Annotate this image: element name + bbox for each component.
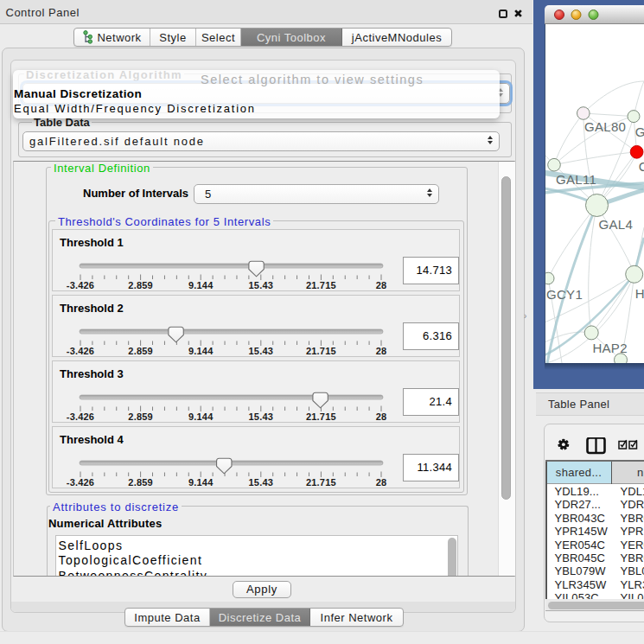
svg-text:9.144: 9.144 [188, 477, 214, 488]
svg-text:28: 28 [376, 280, 387, 290]
svg-text:C: C [639, 159, 644, 174]
svg-text:9.144: 9.144 [188, 346, 214, 356]
svg-text:28: 28 [376, 477, 387, 488]
svg-text:-3.426: -3.426 [67, 411, 94, 422]
svg-text:-3.426: -3.426 [67, 280, 94, 290]
svg-text:15.43: 15.43 [249, 477, 274, 488]
svg-text:2.859: 2.859 [128, 411, 153, 422]
svg-text:2.859: 2.859 [128, 346, 153, 356]
svg-text:21.715: 21.715 [306, 477, 336, 488]
svg-text:-3.426: -3.426 [67, 477, 94, 488]
svg-text:21.715: 21.715 [306, 411, 336, 422]
svg-text:GAL11: GAL11 [556, 172, 596, 187]
svg-text:21.715: 21.715 [306, 346, 336, 356]
svg-text:GCY1: GCY1 [546, 287, 583, 302]
svg-text:15.43: 15.43 [249, 346, 274, 356]
svg-text:GAL80: GAL80 [584, 119, 626, 134]
svg-text:9.144: 9.144 [188, 280, 214, 290]
svg-text:-3.426: -3.426 [67, 346, 94, 356]
svg-text:H: H [635, 286, 644, 301]
svg-text:28: 28 [376, 411, 387, 422]
svg-text:9.144: 9.144 [188, 411, 214, 422]
svg-text:21.715: 21.715 [306, 280, 336, 290]
svg-text:HAP2: HAP2 [592, 341, 627, 355]
svg-text:G.: G. [635, 124, 644, 139]
svg-text:28: 28 [376, 346, 387, 356]
svg-text:2.859: 2.859 [128, 280, 153, 290]
svg-text:15.43: 15.43 [249, 411, 274, 422]
svg-text:GAL4: GAL4 [599, 217, 634, 232]
svg-text:15.43: 15.43 [249, 280, 274, 290]
svg-text:2.859: 2.859 [128, 477, 153, 488]
